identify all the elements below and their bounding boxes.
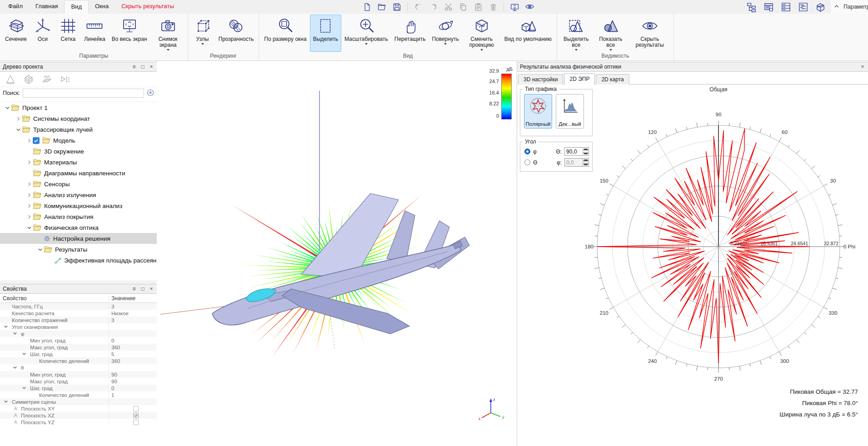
property-row[interactable]: Количество отражений3 [0, 317, 157, 323]
property-row[interactable]: Мин угол, град0 [0, 337, 157, 344]
hatch-plane-icon[interactable] [40, 74, 54, 85]
property-expander-icon[interactable] [13, 331, 17, 337]
tree-expander-icon[interactable] [15, 127, 22, 132]
property-row[interactable]: Плоскость XY [0, 405, 157, 412]
ribbon-button-zoomplus[interactable]: Масштабировать [341, 15, 391, 52]
property-row[interactable]: θ [0, 364, 157, 371]
property-row[interactable]: Плоскость YZ [0, 419, 157, 426]
panel-float-icon[interactable]: □ [139, 286, 146, 292]
tree-checkbox[interactable] [33, 137, 40, 144]
ribbon-button-selectall[interactable]: Выделить все [559, 15, 594, 52]
tree-item-трассировщик-лучей[interactable]: Трассировщик лучей [0, 124, 157, 135]
panel-menu-icon[interactable]: ≡ [130, 286, 138, 292]
tree-item-эффективная-площадь-рассеяния[interactable]: Эффективная площадь рассеяния [0, 255, 157, 266]
property-expander-icon[interactable] [4, 324, 8, 330]
property-row[interactable]: Макс угол, град360 [0, 344, 157, 351]
tree-item-сенсоры[interactable]: Сенсоры [0, 178, 157, 189]
menu-hide-results[interactable]: Скрыть результаты [115, 0, 180, 14]
ribbon-button-ruler[interactable]: Линейка [81, 15, 109, 52]
property-checkbox[interactable] [133, 413, 139, 418]
delete-icon[interactable] [488, 1, 499, 12]
property-row[interactable]: Симметрия сцены [0, 398, 157, 405]
viewport-3d[interactable]: xyz дБ 32.924.716.48.220 [157, 61, 517, 446]
ribbon-button-nodes[interactable]: Узлы [190, 15, 215, 52]
tree-item-анализ-покрытия[interactable]: Анализ покрытия [0, 211, 157, 222]
tree-expander-icon[interactable] [25, 193, 33, 198]
tree-item-результаты[interactable]: Результаты [0, 244, 157, 255]
tree-item-материалы[interactable]: Материалы [0, 157, 157, 168]
tree-item-диаграммы-направленности[interactable]: Диаграммы направленности [0, 168, 157, 178]
property-expander-icon[interactable] [4, 399, 8, 405]
property-checkbox[interactable] [133, 406, 139, 411]
ribbon-button-defaultview[interactable]: Вид по умолчанию [501, 15, 555, 52]
property-row[interactable]: Мин угол, град90 [0, 371, 157, 378]
search-input[interactable] [23, 89, 144, 98]
tree-expander-icon[interactable] [15, 116, 22, 121]
ribbon-button-rotate[interactable]: Повернуть [429, 15, 462, 52]
property-row[interactable]: Плоскость XZ [0, 412, 157, 419]
panel-menu-icon[interactable]: ≡ [130, 64, 138, 70]
ribbon-button-section[interactable]: Сечение [2, 15, 30, 52]
property-expander-icon[interactable] [22, 352, 26, 357]
tree-expander-icon[interactable] [25, 182, 33, 187]
search-clear-icon[interactable] [147, 89, 154, 98]
cut-icon[interactable] [443, 1, 454, 12]
tree-expander-icon[interactable] [25, 203, 33, 208]
abc-window-icon[interactable] [780, 1, 792, 13]
tree-item-модель[interactable]: Модель [0, 135, 157, 146]
tree-expander-icon[interactable] [4, 105, 11, 110]
ribbon-button-select[interactable]: Выделить [310, 15, 341, 52]
menu-tab-файл[interactable]: Файл [2, 0, 29, 14]
results-tab-2d-эпр[interactable]: 2D ЭПР [564, 74, 595, 84]
redo-icon[interactable] [428, 1, 439, 12]
spinbox-arrows[interactable] [583, 148, 589, 155]
menu-tab-вид[interactable]: Вид [64, 0, 89, 14]
property-row[interactable]: φ [0, 330, 157, 337]
tree-item-настройка-решения[interactable]: Настройка решения [0, 233, 157, 244]
ribbon-button-projection[interactable]: Сменить проекцию [462, 15, 501, 52]
property-checkbox[interactable] [133, 420, 139, 425]
property-row[interactable]: Шаг, град5 [0, 351, 157, 357]
ribbon-button-hideresults[interactable]: Скрыть результаты [628, 15, 672, 52]
plot-type-cartesian[interactable]: Дек...вый [556, 94, 584, 129]
tree-item-проект-1[interactable]: Проект 1 [0, 102, 157, 113]
angle-spinbox[interactable]: 90,0 [564, 147, 589, 156]
property-row[interactable]: Качество расчетаНизкое [0, 310, 157, 317]
ribbon-button-axes[interactable]: Оси [30, 15, 55, 52]
undo-icon[interactable] [413, 1, 424, 12]
tree-expander-icon[interactable] [25, 225, 33, 230]
tree-expander-icon[interactable] [36, 247, 44, 252]
eye-icon[interactable] [524, 1, 535, 12]
tree-expander-icon[interactable] [25, 138, 33, 143]
property-expander-icon[interactable] [22, 386, 26, 391]
ribbon-button-fit[interactable]: По размеру окна [261, 15, 309, 52]
ribbon-collapse-toggle[interactable]: Параметры [831, 0, 868, 14]
property-row[interactable]: Количество делений360 [0, 357, 157, 364]
property-expander-icon[interactable] [13, 365, 17, 371]
tree-expander-icon[interactable] [25, 214, 33, 219]
property-row[interactable]: Количество делений1 [0, 391, 157, 398]
angle-radio-φ[interactable] [524, 149, 530, 154]
property-row[interactable]: Шаг, град0 [0, 385, 157, 391]
tree-item-анализ-излучения[interactable]: Анализ излучения [0, 189, 157, 200]
list-window-icon[interactable] [763, 1, 774, 13]
panel-close-icon[interactable]: × [859, 64, 866, 70]
panel-close-icon[interactable]: × [148, 64, 155, 70]
panel-float-icon[interactable]: □ [139, 64, 146, 70]
new-doc-icon[interactable] [361, 1, 372, 12]
panel-splitter[interactable] [0, 280, 157, 284]
menu-tab-главная[interactable]: Главная [29, 0, 64, 14]
open-folder-icon[interactable] [376, 1, 387, 12]
save-icon[interactable] [391, 1, 402, 12]
ribbon-button-fullscreen[interactable]: Во весь экран [109, 15, 150, 52]
results-tab-3d-настройки[interactable]: 3D настройки [518, 74, 563, 84]
menu-tab-окна[interactable]: Окна [89, 0, 115, 14]
ribbon-button-transparency[interactable]: Прозрачность [215, 15, 257, 52]
ribbon-button-hand[interactable]: Перетащить [391, 15, 429, 52]
property-row[interactable]: Угол сканирования [0, 323, 157, 330]
cube-grid-icon[interactable] [22, 74, 35, 85]
spinbox-arrows[interactable] [583, 159, 589, 166]
tree-item-системы-координат[interactable]: Системы координат [0, 113, 157, 124]
ribbon-button-camera[interactable]: Снимок экрана [150, 15, 186, 52]
copy-icon[interactable] [458, 1, 469, 12]
